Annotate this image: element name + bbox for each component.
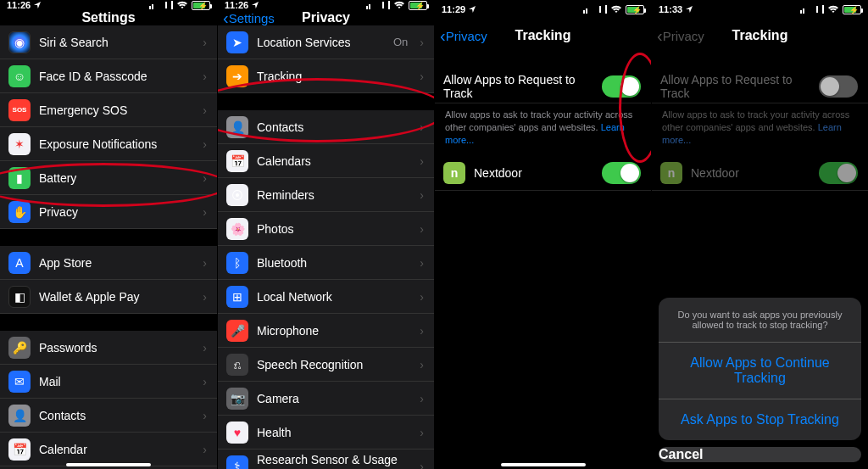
mic-icon: 🎤 bbox=[226, 320, 248, 342]
wifi-icon bbox=[393, 1, 405, 9]
chevron-right-icon: › bbox=[203, 409, 207, 422]
row-localnet[interactable]: ⊞Local Network› bbox=[218, 280, 434, 314]
row-wallet[interactable]: ◧Wallet & Apple Pay› bbox=[0, 280, 217, 314]
row-label: Research Sensor & Usage Data bbox=[257, 453, 411, 470]
row-mail[interactable]: ✉Mail› bbox=[0, 365, 217, 399]
row-value: On bbox=[393, 36, 408, 48]
faceid-icon: ☺ bbox=[8, 65, 31, 87]
chevron-right-icon: › bbox=[203, 171, 207, 185]
back-button[interactable]: ‹Settings bbox=[223, 9, 275, 26]
nav-bar: Settings bbox=[0, 10, 217, 25]
nav-bar: ‹Settings Privacy bbox=[218, 10, 434, 25]
row-contacts[interactable]: 👤Contacts› bbox=[218, 110, 434, 144]
speech-icon: ⎌ bbox=[226, 354, 248, 376]
sheet-cancel[interactable]: Cancel bbox=[659, 447, 861, 462]
row-label: Allow Apps to Request to Track bbox=[443, 73, 593, 100]
nav-bar: ‹Privacy Tracking bbox=[435, 19, 651, 53]
row-tracking[interactable]: ➔Tracking› bbox=[218, 59, 434, 93]
row-app-nextdoor[interactable]: n Nextdoor bbox=[435, 157, 651, 191]
row-label: Microphone bbox=[257, 324, 411, 338]
chevron-right-icon: › bbox=[203, 375, 207, 388]
row-label: Wallet & Apple Pay bbox=[39, 290, 194, 304]
battery-row-icon: ▮ bbox=[8, 167, 31, 189]
row-label: Nextdoor bbox=[474, 166, 593, 180]
row-label: Privacy bbox=[39, 205, 194, 219]
chevron-right-icon: › bbox=[420, 120, 424, 134]
row-reminders[interactable]: ⦿Reminders› bbox=[218, 178, 434, 212]
row-passwords[interactable]: 🔑Passwords› bbox=[0, 331, 217, 365]
mail-icon: ✉ bbox=[8, 371, 31, 393]
wifi-icon bbox=[827, 5, 839, 14]
row-label: Calendar bbox=[39, 443, 194, 456]
row-label: Battery bbox=[39, 171, 194, 185]
pane-tracking: 11:29 ⚡ ‹Privacy Tracking Allow Apps to … bbox=[434, 0, 651, 469]
row-label: Face ID & Passcode bbox=[39, 70, 194, 83]
contacts-icon: 👤 bbox=[226, 116, 248, 138]
row-label: Emergency SOS bbox=[39, 103, 194, 117]
status-bar: 11:29 ⚡ bbox=[435, 0, 651, 19]
status-bar: 11:26 ⚡ bbox=[0, 0, 217, 10]
row-calendar[interactable]: 📅Calendar› bbox=[0, 433, 217, 466]
privacy-icon: ✋ bbox=[8, 201, 31, 223]
sheet-option-continue[interactable]: Allow Apps to Continue Tracking bbox=[659, 343, 861, 399]
row-battery[interactable]: ▮Battery› bbox=[0, 161, 217, 195]
action-sheet: Do you want to ask apps you previously a… bbox=[659, 298, 861, 440]
row-label: App Store bbox=[39, 256, 194, 270]
row-calendars[interactable]: 📅Calendars› bbox=[218, 144, 434, 178]
row-label: Tracking bbox=[257, 70, 411, 83]
wifi-icon bbox=[176, 1, 188, 9]
toggle-allow-tracking bbox=[819, 75, 858, 98]
row-appstore[interactable]: AApp Store› bbox=[0, 246, 217, 280]
sheet-cancel-group: Cancel bbox=[659, 447, 861, 462]
back-label: Settings bbox=[229, 11, 275, 25]
home-indicator bbox=[66, 463, 151, 466]
row-faceid[interactable]: ☺Face ID & Passcode› bbox=[0, 59, 217, 93]
reminders-icon: ⦿ bbox=[226, 184, 248, 206]
chevron-right-icon: › bbox=[203, 103, 207, 117]
chevron-right-icon: › bbox=[420, 460, 424, 470]
row-siri[interactable]: ◉Siri & Search› bbox=[0, 25, 217, 59]
chevron-right-icon: › bbox=[203, 341, 207, 355]
chevron-right-icon: › bbox=[420, 256, 424, 270]
row-privacy[interactable]: ✋Privacy› bbox=[0, 195, 217, 229]
row-label: Bluetooth bbox=[257, 256, 411, 270]
battery-icon: ⚡ bbox=[843, 5, 861, 14]
row-contacts[interactable]: 👤Contacts› bbox=[0, 399, 217, 433]
signal-icon bbox=[149, 1, 161, 9]
chevron-right-icon: › bbox=[203, 290, 207, 304]
row-allow-tracking[interactable]: Allow Apps to Request to Track bbox=[435, 70, 651, 103]
row-bluetooth[interactable]: ᛒBluetooth› bbox=[218, 246, 434, 280]
row-camera[interactable]: 📷Camera› bbox=[218, 382, 434, 416]
sheet-option-stop[interactable]: Ask Apps to Stop Tracking bbox=[659, 399, 861, 440]
row-label: Speech Recognition bbox=[257, 358, 411, 371]
row-speech[interactable]: ⎌Speech Recognition› bbox=[218, 348, 434, 382]
row-location[interactable]: ➤Location ServicesOn› bbox=[218, 25, 434, 59]
row-photos[interactable]: 🌸Photos› bbox=[218, 212, 434, 246]
row-label: Nextdoor bbox=[691, 166, 810, 180]
tracking-description: Allow apps to ask to track your activity… bbox=[652, 103, 868, 157]
row-sos[interactable]: SOSEmergency SOS› bbox=[0, 93, 217, 127]
row-label: Mail bbox=[39, 375, 194, 388]
chevron-right-icon: › bbox=[420, 392, 424, 405]
home-indicator bbox=[501, 463, 586, 466]
calendar-icon: 📅 bbox=[8, 438, 31, 461]
passwords-icon: 🔑 bbox=[8, 337, 31, 359]
chevron-right-icon: › bbox=[420, 188, 424, 202]
chevron-right-icon: › bbox=[420, 358, 424, 371]
row-health[interactable]: ♥Health› bbox=[218, 416, 434, 449]
toggle-app-nextdoor[interactable] bbox=[602, 162, 641, 184]
sos-icon: SOS bbox=[8, 99, 31, 121]
row-label: Calendars bbox=[257, 154, 411, 168]
back-button[interactable]: ‹Privacy bbox=[440, 27, 487, 44]
chevron-left-icon: ‹ bbox=[223, 9, 229, 26]
chevron-left-icon: ‹ bbox=[440, 27, 446, 44]
row-allow-tracking: Allow Apps to Request to Track bbox=[652, 70, 868, 103]
toggle-allow-tracking[interactable] bbox=[602, 75, 641, 98]
photos-icon: 🌸 bbox=[226, 218, 248, 240]
row-research[interactable]: ⚕Research Sensor & Usage Data› bbox=[218, 449, 434, 469]
row-microphone[interactable]: 🎤Microphone› bbox=[218, 314, 434, 348]
row-exposure[interactable]: ✶Exposure Notifications› bbox=[0, 127, 217, 161]
location-arrow-icon bbox=[686, 6, 693, 13]
location-arrow-icon bbox=[469, 6, 476, 13]
chevron-right-icon: › bbox=[420, 70, 424, 83]
